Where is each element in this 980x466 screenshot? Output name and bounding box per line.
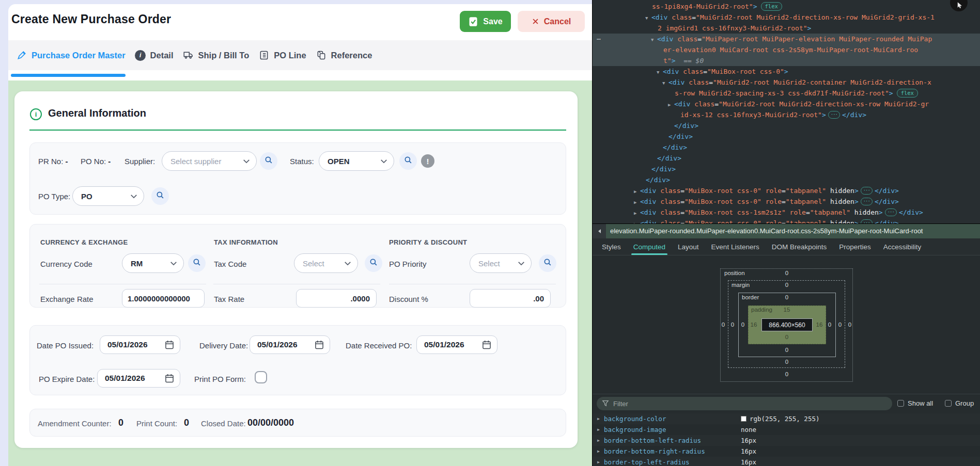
computed-property-row[interactable]: ▶border-bottom-left-radius16px — [593, 435, 980, 446]
delivery-date-input[interactable]: 05/01/2026 — [250, 335, 330, 354]
group-label: Group — [955, 399, 974, 407]
exchange-rate-input[interactable]: 1.0000000000000 — [122, 289, 205, 308]
code-token: hidden — [826, 198, 854, 205]
devtools-tree-line[interactable]: t"> == $0 — [593, 55, 980, 66]
code-token: > — [854, 187, 859, 195]
box-model-diagram[interactable]: 866.400×560 position margin border paddi… — [720, 268, 853, 382]
devtools-tab-dom-breakpoints[interactable]: DOM Breakpoints — [767, 238, 832, 255]
expand-arrow-icon[interactable]: ▶ — [634, 186, 640, 197]
devtools-tree-line[interactable]: </div> — [593, 131, 980, 142]
devtools-tree-line[interactable]: ▶<div class="MuiBox-root css-1sm2s1z" ro… — [593, 207, 980, 218]
devtools-tree-line[interactable]: ▼<div class="MuiGrid2-root MuiGrid2-cont… — [593, 77, 980, 88]
devtools-tab-computed[interactable]: Computed — [628, 238, 671, 255]
expand-arrow-icon[interactable]: ▶ — [634, 208, 640, 219]
expand-arrow-icon[interactable]: ▶ — [634, 219, 640, 223]
tax-code-select[interactable]: Select — [294, 253, 358, 273]
status-search-button[interactable] — [399, 152, 417, 170]
print-po-form-checkbox[interactable] — [255, 371, 267, 383]
breadcrumb[interactable]: elevation.MuiPaper-rounded.MuiPaper-elev… — [606, 224, 980, 238]
date-received-po-input[interactable]: 05/01/2026 — [416, 335, 497, 354]
expand-arrow-icon[interactable]: ▼ — [657, 67, 663, 78]
devtools-tree-line[interactable]: s-row MuiGrid2-spacing-xs-3 css-dkd71f-M… — [593, 88, 980, 99]
computed-property-row[interactable]: ▶border-top-left-radius16px — [593, 457, 980, 466]
expand-arrow-icon[interactable]: ▶ — [668, 100, 674, 110]
date-po-issued-input[interactable]: 05/01/2026 — [100, 335, 180, 354]
po-type-search-button[interactable] — [151, 187, 169, 205]
expand-arrow-icon[interactable]: ▶ — [597, 435, 600, 446]
devtools-tree-line[interactable]: id-xs-12 css-16fnxy3-MuiGrid2-root">···<… — [593, 109, 980, 120]
more-actions-icon[interactable]: ⋯ — [597, 34, 600, 44]
tax-rate-input[interactable]: .0000 — [296, 289, 377, 308]
devtools-tree-line[interactable]: ▼<div class="MuiGrid2-root MuiGrid2-dire… — [593, 12, 980, 23]
ellipsis-expand-icon[interactable]: ··· — [885, 208, 897, 216]
position-label: position — [724, 270, 745, 276]
cancel-button[interactable]: Cancel — [518, 11, 585, 32]
tab-purchase-order-master[interactable]: Purchase Order Master — [11, 50, 130, 61]
devtools-tree-line[interactable]: ss-1pi8xg4-MuiGrid2-root">flex — [593, 1, 980, 12]
devtools-tree-line[interactable]: ⋯▼<div class="MuiPaper-root MuiPaper-ele… — [593, 34, 980, 44]
expand-arrow-icon[interactable]: ▶ — [597, 457, 600, 466]
filter-input[interactable]: Filter — [597, 397, 892, 410]
code-token: class — [672, 13, 692, 21]
tax-code-search-button[interactable] — [365, 254, 382, 272]
devtools-tab-properties[interactable]: Properties — [834, 238, 876, 255]
property-value: 16px — [741, 457, 756, 466]
ellipsis-expand-icon[interactable]: ··· — [861, 187, 873, 195]
code-token: er-elevation0 MuiCard-root css-2s58ym-Mu… — [663, 46, 918, 54]
ellipsis-expand-icon[interactable]: ··· — [861, 219, 873, 223]
discount-input[interactable]: .00 — [470, 289, 551, 308]
group-checkbox[interactable] — [945, 400, 952, 407]
devtools-tree-line[interactable]: 2 imgGird1 css-16fnxy3-MuiGrid2-root"> — [593, 23, 980, 34]
devtools-tree-line[interactable]: er-elevation0 MuiCard-root css-2s58ym-Mu… — [593, 44, 980, 55]
devtools-tab-accessibility[interactable]: Accessibility — [878, 238, 927, 255]
devtools-tab-layout[interactable]: Layout — [673, 238, 704, 255]
currency-search-button[interactable] — [188, 254, 206, 272]
expand-arrow-icon[interactable]: ▶ — [597, 424, 600, 435]
ellipsis-expand-icon[interactable]: ··· — [828, 111, 840, 119]
ellipsis-expand-icon[interactable]: ··· — [861, 198, 873, 205]
devtools-tree-line[interactable]: ▶<div class="MuiBox-root css-0" role="ta… — [593, 185, 980, 196]
devtools-tab-styles[interactable]: Styles — [597, 238, 626, 255]
expand-arrow-icon[interactable]: ▶ — [597, 413, 600, 424]
devtools-tree-line[interactable]: </div> — [593, 120, 980, 131]
position-top: 0 — [785, 270, 788, 276]
devtools-tab-event-listeners[interactable]: Event Listeners — [706, 238, 765, 255]
breadcrumb-back-button[interactable] — [593, 224, 606, 238]
save-button[interactable]: Save — [460, 11, 511, 32]
code-token: <div — [640, 208, 660, 216]
devtools-tree-line[interactable]: </div> — [593, 142, 980, 153]
tab-reference[interactable]: Reference — [311, 50, 377, 61]
po-expire-date-input[interactable]: 05/01/2026 — [97, 369, 180, 388]
supplier-search-button[interactable] — [260, 152, 277, 170]
tab-ship-bill-to[interactable]: Ship / Bill To — [178, 50, 254, 61]
devtools-tree-line[interactable]: </div> — [593, 164, 980, 174]
expand-arrow-icon[interactable]: ▼ — [662, 78, 668, 89]
expand-arrow-icon[interactable]: ▶ — [597, 446, 600, 457]
devtools-tree-line[interactable]: ▶<div class="MuiBox-root css-0" role="ta… — [593, 196, 980, 207]
currency-code-select[interactable]: RM — [122, 253, 184, 273]
tab-label: Ship / Bill To — [198, 51, 250, 60]
code-token: </div> — [875, 198, 899, 205]
calendar-icon — [481, 340, 492, 350]
devtools-tree-line[interactable]: ▼<div class="MuiBox-root css-0"> — [593, 66, 980, 77]
po-priority-select[interactable]: Select — [470, 253, 532, 273]
tab-po-line[interactable]: PO Line — [254, 50, 310, 61]
show-all-checkbox[interactable] — [897, 400, 904, 407]
devtools-tree-line[interactable]: </div> — [593, 153, 980, 164]
truck-icon — [183, 50, 194, 61]
tab-detail[interactable]: iDetail — [130, 50, 178, 61]
status-select[interactable]: OPEN — [319, 151, 394, 171]
supplier-select[interactable]: Select supplier — [162, 151, 257, 171]
devtools-tree-line[interactable]: </div> — [593, 174, 980, 185]
expand-arrow-icon[interactable]: ▶ — [634, 197, 640, 208]
computed-property-row[interactable]: ▶border-bottom-right-radius16px — [593, 446, 980, 457]
devtools-tree-line[interactable]: ▶<div class="MuiBox-root css-0" role="ta… — [593, 218, 980, 223]
po-priority-search-button[interactable] — [539, 254, 556, 272]
expand-arrow-icon[interactable]: ▼ — [645, 13, 651, 24]
computed-property-row[interactable]: ▶background-imagenone — [593, 424, 980, 435]
devtools-tree-line[interactable]: ▶<div class="MuiGrid2-root MuiGrid2-dire… — [593, 99, 980, 109]
computed-property-row[interactable]: ▶background-colorrgb(255, 255, 255) — [593, 413, 980, 424]
expand-arrow-icon[interactable]: ▼ — [651, 35, 657, 45]
po-type-select[interactable]: PO — [72, 186, 144, 206]
status-label: Status: — [290, 157, 314, 166]
